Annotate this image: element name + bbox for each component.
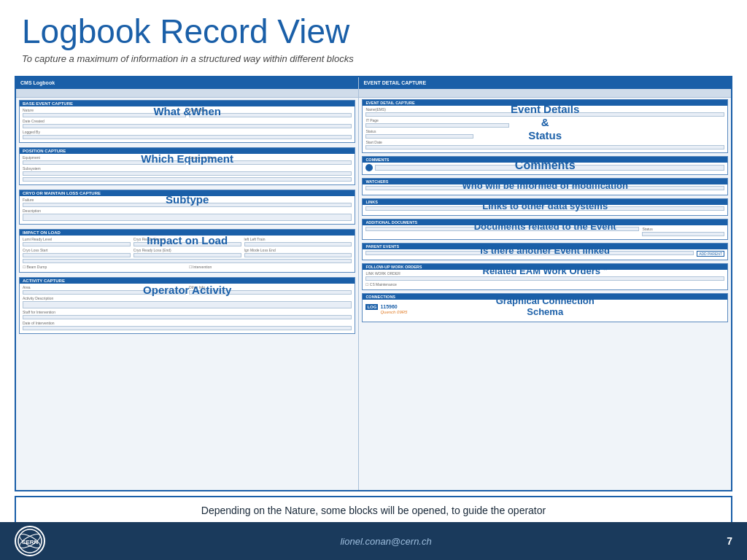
event-detail-title: EVENT DETAIL CAPTURE [363,100,727,106]
cryo-block: CRYO OR MAINTAIN LOSS CAPTURE Failure De… [19,190,355,225]
parent-events-block: PARENT EVENTS ADD PARENT Is there anothe… [362,243,728,260]
mockup-right-topbar: EVENT DETAIL CAPTURE [359,77,731,89]
eam-block: FOLLOW-UP WORK ORDERS LINK WORK ORDER ☐ … [362,263,728,290]
log-badge: LOG [365,304,378,310]
svg-text:CERN: CERN [22,539,39,545]
docs-content: Status [363,225,727,239]
page-subtitle: To capture a maximum of information in a… [22,53,725,64]
comments-title: COMMENTS [363,157,727,163]
parent-events-title: PARENT EVENTS [363,244,727,249]
bottom-note: Depending on the Nature, some blocks wil… [15,496,732,525]
activity-block: ACTIVITY CAPTURE Area Other Info Activit… [19,277,355,334]
cern-logo: CERN [15,526,45,556]
log-number: 115960 [380,304,397,309]
log-sublabel: Quench 09R5 [380,310,724,314]
eam-content: LINK WORK ORDER ☐ CS Maintenance [363,270,727,289]
links-content [363,205,727,215]
comments-content [363,163,727,174]
position-content: Equipment Equipment Class Subsystem [20,154,355,184]
footer-email: lionel.conan@cern.ch [340,536,431,547]
watchers-title: WATCHERS [363,179,727,184]
links-block: LINKS Links to other data systems [362,198,728,216]
mockup-container: CMS Logbook BASE EVENT CAPTURE Nature De… [15,76,732,491]
mockup-right-topbar-text: EVENT DETAIL CAPTURE [363,80,426,85]
event-detail-block: EVENT DETAIL CAPTURE Name(EMS) IT Page S… [362,99,728,153]
footer-page-number: 7 [727,535,732,547]
position-title: POSITION CAPTURE [20,148,355,154]
mockup-left-panel: CMS Logbook BASE EVENT CAPTURE Nature De… [16,77,359,490]
watchers-block: WATCHERS Who will be informed of modific… [362,178,728,195]
links-title: LINKS [363,199,727,205]
base-event-title: BASE EVENT CAPTURE [20,101,355,106]
mockup-topbar: CMS Logbook [16,77,358,89]
impact-title: IMPACT ON LOAD [20,230,355,236]
connections-content: LOG 115960 Quench 09R5 [363,300,727,322]
base-event-block: BASE EVENT CAPTURE Nature Description [19,100,355,143]
parent-events-content: ADD PARENT [363,249,727,260]
connections-block: CONNECTIONS LOG 115960 Quench 09R5 Graph… [362,293,728,322]
eam-title: FOLLOW-UP WORK ORDERS [363,264,727,270]
cryo-title: CRYO OR MAINTAIN LOSS CAPTURE [20,190,355,196]
connections-title: CONNECTIONS [363,294,727,300]
comments-block: COMMENTS Comments [362,156,728,175]
event-detail-content: Name(EMS) IT Page Status Start Date [363,106,727,152]
mockup-toolbar [16,89,358,98]
impact-block: IMPACT ON LOAD Lumi Ready Level Cryo Rea… [19,229,355,273]
docs-block: ADDITIONAL DOCUMENTS Status Documents re… [362,219,728,240]
footer: CERN lionel.conan@cern.ch 7 [0,522,747,560]
mockup-right-toolbar [359,89,731,98]
cryo-content: Failure Description [20,196,355,224]
mockup-topbar-text: CMS Logbook [20,80,55,85]
base-event-content: Nature Description Date Created [20,106,355,142]
main-content: CMS Logbook BASE EVENT CAPTURE Nature De… [0,70,747,491]
page-title: Logbook Record View [22,13,725,50]
impact-content: Lumi Ready Level Cryo Ready Normal left … [20,236,355,272]
activity-content: Area Other Info Activity Description Sta… [20,284,355,333]
docs-title: ADDITIONAL DOCUMENTS [363,219,727,225]
position-block: POSITION CAPTURE Equipment Equipment Cla… [19,147,355,185]
page-header: Logbook Record View To capture a maximum… [0,0,747,70]
mockup-right-panel: EVENT DETAIL CAPTURE EVENT DETAIL CAPTUR… [359,77,731,490]
watchers-content [363,184,727,195]
activity-title: ACTIVITY CAPTURE [20,278,355,284]
